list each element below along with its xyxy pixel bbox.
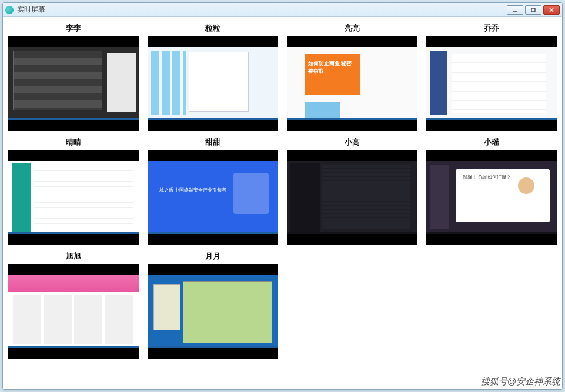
banner-text: 域之盾 中国终端安全行业引领者 (159, 187, 226, 194)
close-button[interactable] (543, 5, 560, 15)
screen-cell: 小瑶 温馨！ 你是如何汇报？ (425, 137, 557, 245)
screen-thumbnail[interactable] (8, 36, 139, 131)
screen-name: 甜甜 (205, 137, 220, 148)
screen-cell: 李李 (8, 23, 140, 131)
screen-cell: 甜甜 域之盾 中国终端安全行业引领者 (147, 137, 279, 245)
screen-thumbnail[interactable] (426, 36, 557, 131)
screen-cell: 小高 (286, 137, 419, 245)
screen-cell: 月月 (147, 251, 279, 359)
window-controls (507, 5, 560, 15)
screen-thumbnail[interactable]: 如何防止商业 秘密被窃取 (287, 36, 417, 131)
screen-name: 李李 (66, 23, 81, 33)
screen-thumbnail[interactable]: 温馨！ 你是如何汇报？ (426, 150, 557, 245)
screen-cell: 旭旭 (8, 251, 140, 359)
screen-name: 月月 (205, 251, 220, 262)
minimize-button[interactable] (507, 5, 523, 15)
screen-name: 亮亮 (345, 23, 360, 33)
screen-thumbnail[interactable] (287, 150, 417, 245)
screen-name: 粒粒 (205, 23, 220, 33)
screen-thumbnail[interactable] (148, 264, 278, 359)
screen-thumbnail[interactable] (8, 150, 139, 245)
screen-cell: 乔乔 (425, 23, 557, 131)
banner-text: 如何防止商业 秘密被窃取 (308, 60, 356, 75)
close-icon (549, 7, 554, 13)
banner-text: 温馨！ 你是如何汇报？ (463, 174, 511, 180)
screen-name: 乔乔 (484, 23, 499, 33)
screen-cell: 晴晴 (8, 137, 140, 245)
content-area: 李李 粒粒 亮亮 如何防止商业 秘密被窃取 乔乔 (3, 17, 562, 389)
maximize-icon (530, 7, 536, 13)
screen-name: 小瑶 (484, 137, 499, 148)
screen-thumbnail[interactable] (8, 264, 139, 359)
screen-name: 旭旭 (66, 251, 81, 262)
app-icon (5, 6, 14, 14)
screen-name: 晴晴 (66, 137, 81, 148)
screen-name: 小高 (345, 137, 360, 148)
maximize-button[interactable] (525, 5, 541, 15)
screen-thumbnail[interactable]: 域之盾 中国终端安全行业引领者 (148, 150, 278, 245)
main-window: 实时屏幕 李李 粒粒 (2, 2, 563, 390)
screen-thumbnail[interactable] (148, 36, 278, 131)
titlebar[interactable]: 实时屏幕 (3, 3, 562, 17)
svg-rect-1 (531, 8, 535, 12)
screen-cell: 亮亮 如何防止商业 秘密被窃取 (286, 23, 419, 131)
screen-cell: 粒粒 (147, 23, 279, 131)
minimize-icon (512, 7, 518, 13)
window-title: 实时屏幕 (17, 5, 507, 15)
screen-grid: 李李 粒粒 亮亮 如何防止商业 秘密被窃取 乔乔 (8, 23, 557, 359)
